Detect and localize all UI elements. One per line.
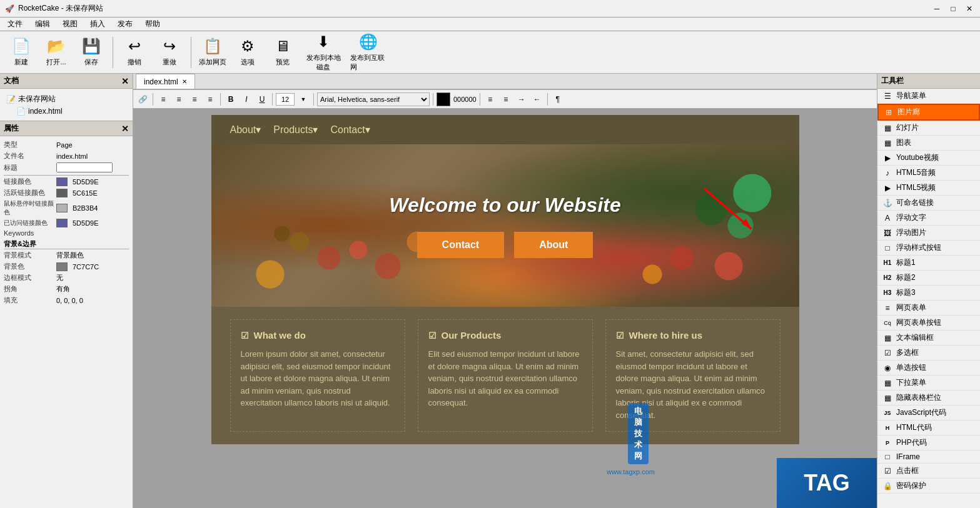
right-item-float-style-btn[interactable]: □ 浮动样式按钮 [877,241,980,256]
main-layout: 文档 ✕ 📝 未保存网站 📄 index.html 属性 ✕ 类型 Page [0,74,980,508]
new-button[interactable]: 📄 新建 [5,34,38,71]
right-item-password[interactable]: 🔒 密码保护 [877,479,980,494]
doc-file-item[interactable]: 📄 index.html [4,106,129,117]
title-bar: 🚀 RocketCake - 未保存网站 ─ □ ✕ [0,0,980,17]
hover-link-swatch[interactable] [56,204,68,212]
publish-web-icon: 🌐 [359,33,378,51]
doc-root[interactable]: 📝 未保存网站 [4,92,129,106]
card-check-icon-1: ☑ [241,331,249,341]
nav-item-contact[interactable]: Contact▾ [330,124,370,136]
right-item-html5-video[interactable]: ▶ HTML5视频 [877,181,980,196]
right-item-iframe[interactable]: □ IFrame [877,451,980,464]
iframe-label: IFrame [896,452,920,461]
props-panel-close[interactable]: ✕ [121,124,129,134]
radio-btn-icon: ◉ [882,364,892,372]
canvas-area[interactable]: About▾ Products▾ Contact▾ Welcome to our… [133,109,877,508]
align-left-button[interactable]: ≡ [156,92,170,106]
right-item-radio-btn[interactable]: ◉ 单选按钮 [877,361,980,376]
redo-button[interactable]: ↪ 重做 [153,34,186,71]
menu-insert[interactable]: 插入 [85,17,110,31]
tab-index-html[interactable]: index.html ✕ [136,74,195,89]
redo-label: 重做 [163,57,176,67]
right-item-nav-menu[interactable]: ☰ 导航菜单 [877,89,980,104]
right-item-webform-btn[interactable]: Cq 网页表单按钮 [877,316,980,331]
publish-web-button[interactable]: 🌐 发布到互联网 [348,34,388,71]
bold-button[interactable]: B [224,92,238,106]
undo-button[interactable]: ↩ 撤销 [118,34,151,71]
link-colors-header [4,175,129,176]
right-item-table[interactable]: ▦ 图表 [877,136,980,151]
right-item-html-code[interactable]: H HTML代码 [877,421,980,436]
bg-color-swatch[interactable] [56,262,68,271]
contact-hero-button[interactable]: Contact [417,232,505,258]
menu-help[interactable]: 帮助 [140,17,165,31]
nav-item-about[interactable]: About▾ [230,124,261,136]
card-title-2: ☑ Our Products [428,330,582,341]
maximize-button[interactable]: □ [947,3,959,14]
close-button[interactable]: ✕ [964,3,975,14]
right-item-image-gallery[interactable]: ⊞ 图片廊 [877,104,980,121]
right-item-dropdown[interactable]: ▦ 下拉菜单 [877,376,980,391]
list-ordered-button[interactable]: ≡ [499,92,513,106]
paragraph-button[interactable]: ¶ [551,92,565,106]
align-right-button[interactable]: ≡ [188,92,201,106]
new-label: 新建 [14,57,28,67]
watermark-url: www.tagxp.com [607,468,655,476]
list-unordered-button[interactable]: ≡ [483,92,497,106]
watermark-site-name: 电脑技术网 [628,403,649,464]
font-size-down-icon[interactable]: ▼ [296,92,310,106]
indent-button[interactable]: → [515,92,528,106]
document-tree: 📝 未保存网站 📄 index.html [0,89,133,121]
named-anchor-icon: ⚓ [882,199,892,207]
italic-button[interactable]: I [240,92,253,106]
right-item-youtube[interactable]: ▶ Youtube视频 [877,151,980,166]
menu-file[interactable]: 文件 [3,17,28,31]
text-color-box[interactable] [437,92,450,106]
menu-edit[interactable]: 编辑 [30,17,55,31]
right-item-float-text[interactable]: A 浮动文字 [877,211,980,226]
open-button[interactable]: 📂 打开... [40,34,73,71]
right-item-heading2[interactable]: H2 标题2 [877,271,980,286]
addpage-button[interactable]: 📋 添加网页 [196,34,229,71]
font-size-input[interactable] [276,93,295,106]
tab-close-btn[interactable]: ✕ [182,78,187,85]
prop-bg-color-row: 背景色 7C7C7C [4,262,129,271]
active-link-swatch[interactable] [56,189,68,197]
about-hero-button[interactable]: About [514,232,593,258]
right-item-php-code[interactable]: P PHP代码 [877,436,980,451]
right-item-float-image[interactable]: 🖼 浮动图片 [877,226,980,241]
menu-publish[interactable]: 发布 [113,17,138,31]
prop-type-row: 类型 Page [4,140,129,149]
right-item-heading1[interactable]: H1 标题1 [877,256,980,271]
visited-link-swatch[interactable] [56,219,68,227]
right-item-hidden-field[interactable]: ▦ 隐藏表格栏位 [877,391,980,406]
right-item-webform[interactable]: ≡ 网页表单 [877,301,980,316]
outdent-button[interactable]: ← [530,92,544,106]
link-color-swatch[interactable] [56,177,68,186]
minimize-button[interactable]: ─ [931,3,942,14]
right-item-checkbox2[interactable]: ☑ 点击框 [877,464,980,479]
nav-item-products[interactable]: Products▾ [273,124,318,136]
right-item-html5-audio[interactable]: ♪ HTML5音频 [877,166,980,181]
link-button[interactable]: 🔗 [136,92,149,106]
font-family-select[interactable]: Arial, Helvetica, sans-serif [317,92,430,106]
underline-button[interactable]: U [255,92,269,106]
menu-view[interactable]: 视图 [58,17,83,31]
right-item-checkbox[interactable]: ☑ 多选框 [877,346,980,361]
save-button[interactable]: 💾 保存 [75,34,108,71]
right-item-named-anchor[interactable]: ⚓ 可命名链接 [877,196,980,211]
float-style-btn-icon: □ [882,244,892,252]
options-icon: ⚙ [241,37,255,55]
right-item-js-code[interactable]: JS JavaScript代码 [877,406,980,421]
right-item-slideshow[interactable]: ▦ 幻灯片 [877,121,980,136]
doc-panel-close[interactable]: ✕ [121,76,129,86]
prop-title-input[interactable] [56,162,113,172]
card-check-icon-3: ☑ [616,331,624,341]
align-justify-button[interactable]: ≡ [203,92,217,106]
publish-local-button[interactable]: ⬇ 发布到本地磁盘 [301,34,345,71]
align-center-button[interactable]: ≡ [172,92,186,106]
options-button[interactable]: ⚙ 选项 [231,34,264,71]
right-item-heading3[interactable]: H3 标题3 [877,286,980,301]
right-item-text-editor[interactable]: ▦ 文本编辑框 [877,331,980,346]
preview-button[interactable]: 🖥 预览 [266,34,299,71]
